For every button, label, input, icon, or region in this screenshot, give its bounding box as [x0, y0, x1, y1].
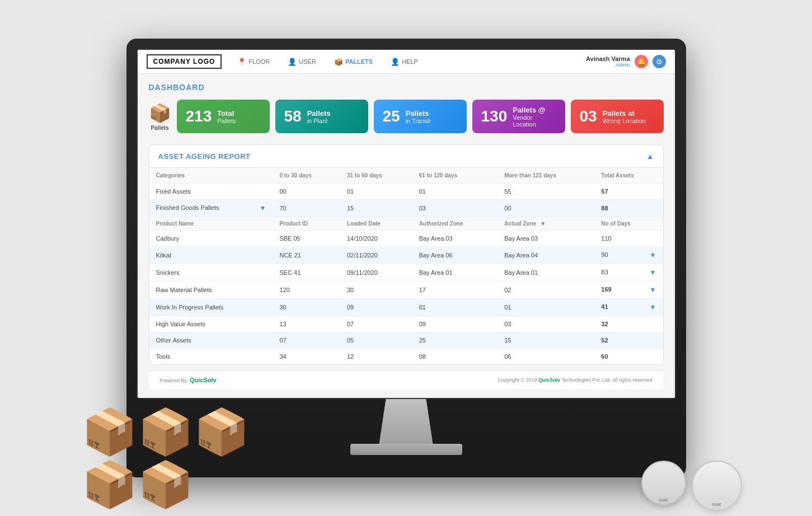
- pallets-nav-icon: 📦: [334, 58, 343, 66]
- stat-text-total: Total Pallets: [217, 109, 236, 124]
- device-puck-2: ISAE: [692, 461, 742, 511]
- stat-number-total: 213: [186, 109, 212, 124]
- cell-kitkat-date: 02/11/2020: [340, 247, 412, 264]
- pallet-icon-label: Pallets: [151, 125, 168, 131]
- stat-card-total[interactable]: 213 Total Pallets: [177, 100, 270, 133]
- stat-text-wrong: Pallets at Wrong Location: [603, 109, 646, 124]
- cell-raw-cat: Raw Material Pallets: [149, 282, 273, 299]
- nav-item-pallets[interactable]: 📦 PALLETS: [330, 55, 377, 68]
- cell-high-0-30: 13: [273, 316, 340, 332]
- cell-finished-cat: Finished Goods Pallets ▼: [149, 200, 273, 217]
- monitor-screen: COMPANY LOGO 📍 FLOOR 👤 USER 📦 PALLET: [137, 49, 676, 399]
- cell-other-61-120: 25: [412, 332, 498, 349]
- cell-other-31-60: 05: [340, 332, 412, 349]
- snickers-expand-icon[interactable]: ▼: [650, 269, 656, 276]
- floor-icon: 📍: [237, 58, 246, 66]
- table-row: Work In Progress Pallets 30 09 01 01 41 …: [149, 299, 663, 316]
- cell-finished-121plus: 00: [497, 200, 594, 217]
- sub-header-row: Product Name Product ID Loaded Date Auth…: [149, 217, 663, 231]
- cell-fixed-0-30: 00: [273, 184, 340, 200]
- cell-finished-total: 88: [594, 200, 663, 217]
- cell-high-121plus: 03: [497, 316, 594, 332]
- cell-cadbury-name: Cadbury: [149, 231, 273, 247]
- company-logo[interactable]: COMPANY LOGO: [147, 54, 222, 69]
- nav-label-help: HELP: [402, 58, 418, 65]
- stat-number-wrong: 03: [580, 109, 597, 124]
- stat-number-transit: 25: [383, 109, 400, 124]
- nav-item-floor[interactable]: 📍 FLOOR: [233, 55, 274, 68]
- pallet-icon-area: 📦 Pallets: [149, 102, 171, 131]
- table-row: Kitkat NCE 21 02/11/2020 Bay Area 06 Bay…: [149, 247, 663, 264]
- user-info: Avinash Varma Admin: [586, 55, 630, 68]
- sub-col-actual-zone[interactable]: Actual Zone ▼: [497, 217, 594, 231]
- col-header-total: Total Assets: [594, 168, 663, 184]
- table-title: ASSET AGEING REPORT: [158, 152, 251, 161]
- table-row: Cadbury SBE 05 14/10/2020 Bay Area 03 Ba…: [149, 231, 663, 247]
- stat-text-transit: Pallets in Transit: [406, 109, 431, 124]
- cell-high-total: 32: [594, 316, 663, 332]
- cell-tools-0-30: 34: [273, 349, 340, 365]
- cell-tools-cat: Tools: [149, 349, 273, 365]
- stat-label-wrong-main: Pallets at: [603, 109, 646, 118]
- cell-finished-31-60: 15: [340, 200, 412, 217]
- cell-tools-31-60: 12: [340, 349, 412, 365]
- monitor-base: [350, 444, 462, 455]
- powered-by: Powered By: QuicSolv: [160, 377, 217, 383]
- dashboard: DASHBOARD 📦 Pallets 213 Total Pallets: [138, 74, 675, 398]
- sort-icon: ▼: [540, 221, 546, 227]
- table-row: Finished Goods Pallets ▼ 70 15 03 00 88: [149, 200, 663, 217]
- nav-label-pallets: PALLETS: [345, 58, 373, 65]
- cell-wip-0-30: 30: [273, 299, 340, 316]
- stat-card-vendor[interactable]: 130 Pallets @ Vendor Location: [472, 100, 565, 133]
- stats-row: 📦 Pallets 213 Total Pallets 58: [149, 100, 664, 133]
- cell-raw-121plus: 02: [497, 282, 594, 299]
- col-header-31-60: 31 to 60 days: [340, 168, 412, 184]
- nav-item-help[interactable]: 👤 HELP: [386, 55, 423, 68]
- settings-button[interactable]: ⚙: [653, 55, 666, 68]
- user-name: Avinash Varma: [586, 55, 630, 62]
- stat-label-total-main: Total: [217, 109, 236, 118]
- expand-finished-icon[interactable]: ▼: [260, 204, 266, 212]
- raw-expand-icon[interactable]: ▼: [650, 286, 656, 294]
- table-row: High Value Assets 13 07 09 03 32: [149, 316, 663, 332]
- nav-right: Avinash Varma Admin 🔔 ⚙: [586, 55, 665, 68]
- table-row: Snickers SEC 41 09/11/2020 Bay Area 01 B…: [149, 264, 663, 282]
- cell-cadbury-id: SBE 05: [273, 231, 340, 247]
- stat-label-vendor-main: Pallets @: [513, 106, 556, 114]
- col-header-categories: Categories: [149, 168, 273, 184]
- stat-label-transit-sub: in Transit: [406, 118, 431, 124]
- stat-card-transit[interactable]: 25 Pallets in Transit: [374, 100, 467, 133]
- nav-label-floor: FLOOR: [248, 58, 270, 65]
- col-header-121plus: More than 121 days: [497, 168, 594, 184]
- cell-tools-121plus: 06: [497, 349, 594, 365]
- stat-label-inplant-main: Pallets: [307, 109, 331, 118]
- cell-finished-61-120: 03: [412, 200, 498, 217]
- cell-cadbury-actual: Bay Area 03: [497, 231, 594, 247]
- cell-other-121plus: 15: [497, 332, 594, 349]
- cell-other-total: 52: [594, 332, 663, 349]
- asset-table: Categories 0 to 30 days 31 to 60 days 61…: [149, 168, 663, 364]
- cell-fixed-31-60: 01: [340, 184, 412, 200]
- notification-button[interactable]: 🔔: [635, 55, 648, 68]
- help-icon: 👤: [391, 58, 400, 66]
- kitkat-expand-icon[interactable]: ▼: [650, 251, 656, 259]
- cell-cadbury-date: 14/10/2020: [340, 231, 412, 247]
- stat-label-wrong-sub: Wrong Location: [603, 118, 646, 124]
- dashboard-title: DASHBOARD: [149, 83, 664, 92]
- cell-finished-0-30: 70: [273, 200, 340, 217]
- sub-col-loaded-date: Loaded Date: [340, 217, 412, 231]
- cell-fixed-61-120: 01: [412, 184, 498, 200]
- wip-expand-icon[interactable]: ▼: [650, 303, 656, 311]
- cell-raw-total: 169 ▼: [594, 282, 663, 299]
- user-icon: 👤: [288, 58, 297, 66]
- stat-text-inplant: Pallets in Plant: [307, 109, 331, 124]
- decor-devices: ISAE ISAE: [641, 461, 742, 511]
- cell-wip-31-60: 09: [340, 299, 412, 316]
- stat-label-vendor-sub: Vendor Location: [513, 114, 556, 128]
- stat-card-inplant[interactable]: 58 Pallets in Plant: [275, 100, 368, 133]
- collapse-button[interactable]: ▲: [646, 152, 654, 161]
- stat-card-wrong[interactable]: 03 Pallets at Wrong Location: [571, 100, 664, 133]
- sub-col-auth-zone: Authorized Zone: [412, 217, 498, 231]
- nav-item-user[interactable]: 👤 USER: [283, 55, 321, 68]
- device-puck-1: ISAE: [641, 461, 686, 505]
